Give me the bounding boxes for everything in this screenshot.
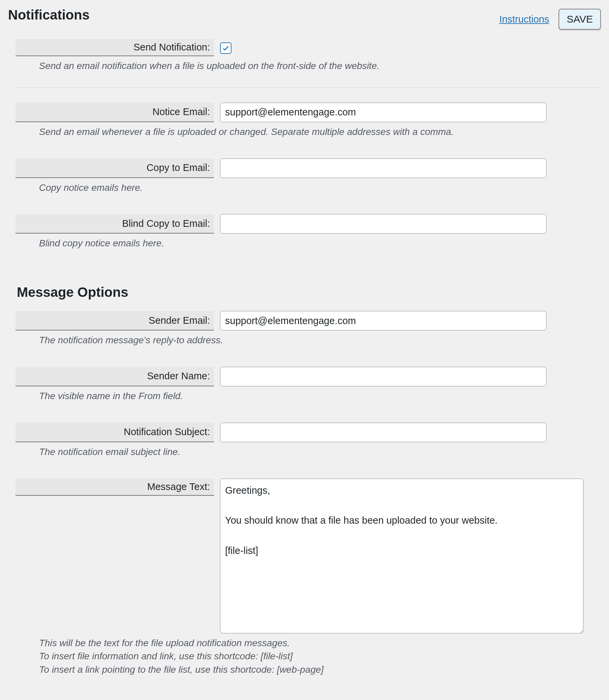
field-notification-subject: Notification Subject: The notification e… [8,423,601,458]
helper-send-notification: Send an email notification when a file i… [39,59,601,72]
helper-message-text-1: This will be the text for the file uploa… [39,637,601,650]
helper-message-text-2: To insert file information and link, use… [39,650,601,663]
instructions-link[interactable]: Instructions [499,14,549,25]
save-button[interactable]: SAVE [558,9,601,30]
field-notice-email: Notice Email: Send an email whenever a f… [8,103,601,138]
input-blind-copy-to-email[interactable] [220,214,546,234]
helper-notification-subject: The notification email subject line. [39,446,601,458]
label-blind-copy-to-email: Blind Copy to Email: [16,214,214,234]
input-copy-to-email[interactable] [220,158,546,178]
helper-copy-to-email: Copy notice emails here. [39,182,601,194]
section-title-message-options: Message Options [17,284,601,300]
helper-sender-email: The notification message's reply-to addr… [39,334,601,347]
header-actions: Instructions SAVE [499,9,601,30]
field-send-notification: Send Notification: Send an email notific… [8,39,601,72]
helper-sender-name: The visible name in the From field. [39,390,601,403]
textarea-message-text[interactable] [220,479,584,633]
checkbox-send-notification[interactable] [220,42,231,54]
label-sender-email: Sender Email: [16,311,214,330]
input-sender-email[interactable] [220,311,546,330]
helper-notice-email: Send an email whenever a file is uploade… [39,125,601,138]
section-title-notifications: Notifications [8,7,89,23]
input-sender-name[interactable] [220,367,546,386]
label-send-notification: Send Notification: [16,39,214,56]
label-notice-email: Notice Email: [16,103,214,122]
label-copy-to-email: Copy to Email: [16,158,214,178]
field-sender-email: Sender Email: The notification message's… [8,311,601,347]
field-sender-name: Sender Name: The visible name in the Fro… [8,367,601,403]
label-notification-subject: Notification Subject: [16,423,214,442]
label-message-text: Message Text: [16,479,214,496]
label-sender-name: Sender Name: [16,367,214,386]
input-notification-subject[interactable] [220,423,546,442]
settings-page: Notifications Instructions SAVE Send Not… [0,0,609,693]
input-notice-email[interactable] [220,103,546,122]
header-row: Notifications Instructions SAVE [8,7,601,30]
field-message-text: Message Text: This will be the text for … [8,479,601,676]
divider [16,87,601,88]
field-blind-copy-to-email: Blind Copy to Email: Blind copy notice e… [8,214,601,250]
check-icon [222,45,229,52]
helper-blind-copy-to-email: Blind copy notice emails here. [39,237,601,250]
helper-message-text-3: To insert a link pointing to the file li… [39,663,601,676]
field-copy-to-email: Copy to Email: Copy notice emails here. [8,158,601,194]
